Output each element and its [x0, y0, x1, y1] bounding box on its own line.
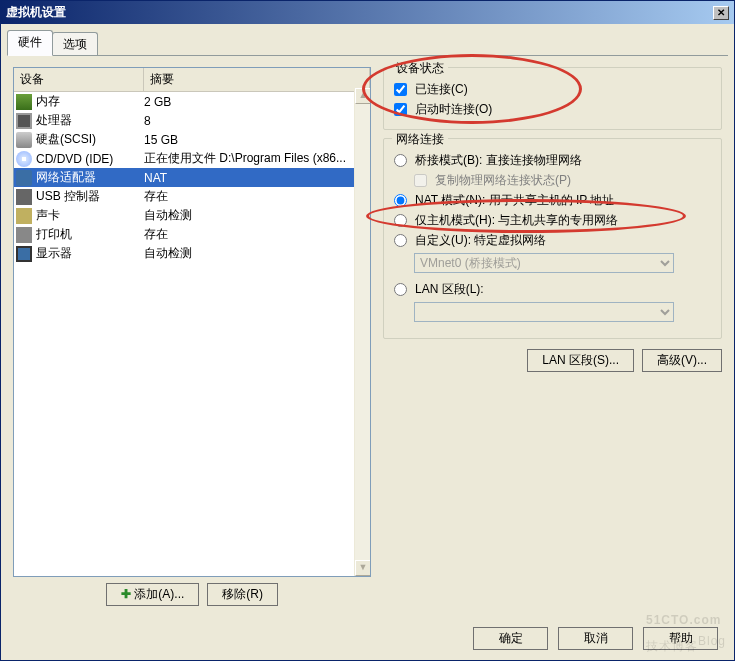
- scroll-up-icon[interactable]: ▲: [355, 88, 371, 104]
- device-status-title: 设备状态: [392, 60, 448, 77]
- table-row[interactable]: 打印机存在: [14, 225, 370, 244]
- tab-hardware[interactable]: 硬件: [7, 30, 53, 56]
- custom-radio[interactable]: 自定义(U): 特定虚拟网络: [394, 232, 711, 249]
- scroll-down-icon[interactable]: ▼: [355, 560, 371, 576]
- table-row[interactable]: CD/DVD (IDE)正在使用文件 D:\Program Files (x86…: [14, 149, 370, 168]
- device-summary: 存在: [144, 188, 368, 205]
- device-list-header: 设备 摘要: [14, 68, 370, 92]
- dialog-body: 设备 摘要 内存2 GB处理器8硬盘(SCSI)15 GBCD/DVD (IDE…: [1, 57, 734, 637]
- connected-checkbox[interactable]: 已连接(C): [394, 81, 711, 98]
- tab-options[interactable]: 选项: [52, 32, 98, 56]
- col-device[interactable]: 设备: [14, 68, 144, 91]
- table-row[interactable]: 网络适配器NAT: [14, 168, 370, 187]
- tab-separator: [7, 55, 728, 56]
- device-status-group: 设备状态 已连接(C) 启动时连接(O): [383, 67, 722, 130]
- device-summary: 15 GB: [144, 133, 368, 147]
- device-summary: 8: [144, 114, 368, 128]
- settings-window: 虚拟机设置 ✕ 硬件 选项 设备 摘要 内存2 GB处理器8硬盘(SCSI)15…: [0, 0, 735, 661]
- replicate-checkbox: 复制物理网络连接状态(P): [414, 172, 711, 189]
- prn-icon: [16, 227, 32, 243]
- device-name: 打印机: [36, 226, 72, 243]
- right-panel: 设备状态 已连接(C) 启动时连接(O) 网络连接 桥接模式(B): 直接连接物…: [383, 67, 722, 627]
- lan-segments-button[interactable]: LAN 区段(S)...: [527, 349, 634, 372]
- device-name: 网络适配器: [36, 169, 96, 186]
- mem-icon: [16, 94, 32, 110]
- lanseg-select: [414, 302, 674, 322]
- scrollbar[interactable]: ▲ ▼: [354, 88, 370, 576]
- device-summary: 2 GB: [144, 95, 368, 109]
- device-summary: 自动检测: [144, 207, 368, 224]
- device-list[interactable]: 设备 摘要 内存2 GB处理器8硬盘(SCSI)15 GBCD/DVD (IDE…: [13, 67, 371, 577]
- device-summary: 自动检测: [144, 245, 368, 262]
- device-name: 显示器: [36, 245, 72, 262]
- vmnet-dropdown: VMnet0 (桥接模式): [414, 253, 674, 273]
- device-summary: 存在: [144, 226, 368, 243]
- usb-icon: [16, 189, 32, 205]
- col-summary[interactable]: 摘要: [144, 68, 370, 91]
- device-name: 内存: [36, 93, 60, 110]
- cancel-button[interactable]: 取消: [558, 627, 633, 650]
- table-row[interactable]: 硬盘(SCSI)15 GB: [14, 130, 370, 149]
- window-title: 虚拟机设置: [6, 4, 66, 21]
- close-button[interactable]: ✕: [713, 6, 729, 20]
- ok-button[interactable]: 确定: [473, 627, 548, 650]
- table-row[interactable]: 处理器8: [14, 111, 370, 130]
- tabs: 硬件 选项: [7, 30, 728, 56]
- table-row[interactable]: 显示器自动检测: [14, 244, 370, 263]
- cpu-icon: [16, 113, 32, 129]
- cd-icon: [16, 151, 32, 167]
- device-name: 硬盘(SCSI): [36, 131, 96, 148]
- add-icon: ✚: [121, 587, 134, 601]
- mon-icon: [16, 246, 32, 262]
- device-name: USB 控制器: [36, 188, 100, 205]
- snd-icon: [16, 208, 32, 224]
- right-buttons: LAN 区段(S)... 高级(V)...: [383, 349, 722, 372]
- remove-button[interactable]: 移除(R): [207, 583, 278, 606]
- titlebar: 虚拟机设置 ✕: [1, 1, 734, 24]
- device-summary: NAT: [144, 171, 368, 185]
- lanseg-radio[interactable]: LAN 区段(L):: [394, 281, 711, 298]
- watermark: 51CTO.com技术博客Blog: [646, 604, 726, 656]
- table-row[interactable]: 声卡自动检测: [14, 206, 370, 225]
- advanced-button[interactable]: 高级(V)...: [642, 349, 722, 372]
- device-name: 声卡: [36, 207, 60, 224]
- disk-icon: [16, 132, 32, 148]
- left-panel: 设备 摘要 内存2 GB处理器8硬盘(SCSI)15 GBCD/DVD (IDE…: [13, 67, 371, 627]
- table-row[interactable]: 内存2 GB: [14, 92, 370, 111]
- table-row[interactable]: USB 控制器存在: [14, 187, 370, 206]
- network-connection-group: 网络连接 桥接模式(B): 直接连接物理网络 复制物理网络连接状态(P) NAT…: [383, 138, 722, 339]
- lanseg-dropdown: [414, 302, 674, 322]
- nat-radio[interactable]: NAT 模式(N): 用于共享主机的 IP 地址: [394, 192, 711, 209]
- device-name: CD/DVD (IDE): [36, 152, 113, 166]
- vmnet-select: VMnet0 (桥接模式): [414, 253, 674, 273]
- device-summary: 正在使用文件 D:\Program Files (x86...: [144, 150, 368, 167]
- add-button[interactable]: ✚ 添加(A)...: [106, 583, 199, 606]
- net-icon: [16, 170, 32, 186]
- device-name: 处理器: [36, 112, 72, 129]
- hostonly-radio[interactable]: 仅主机模式(H): 与主机共享的专用网络: [394, 212, 711, 229]
- network-connection-title: 网络连接: [392, 131, 448, 148]
- connect-on-power-checkbox[interactable]: 启动时连接(O): [394, 101, 711, 118]
- left-buttons: ✚ 添加(A)... 移除(R): [13, 583, 371, 606]
- bridged-radio[interactable]: 桥接模式(B): 直接连接物理网络: [394, 152, 711, 169]
